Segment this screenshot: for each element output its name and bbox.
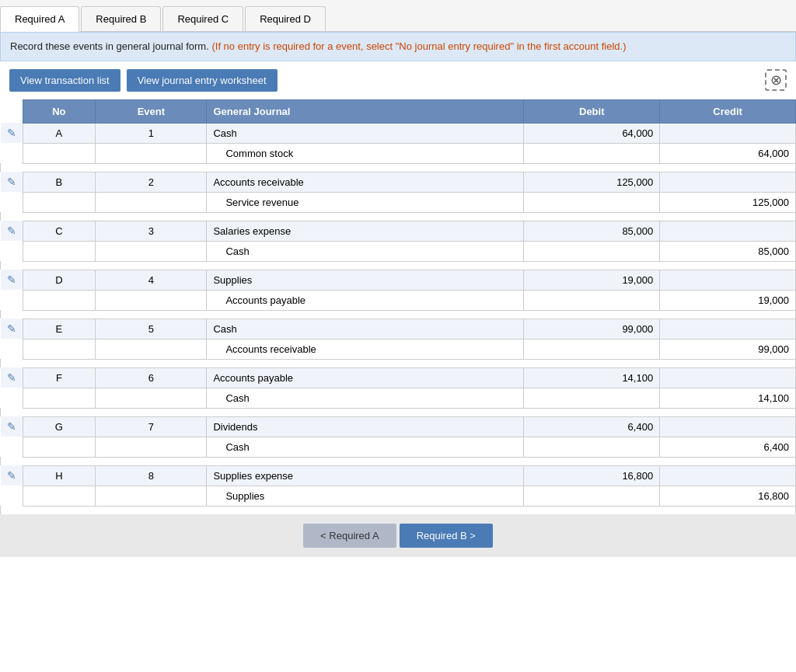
- tab-required-a[interactable]: Required A: [0, 6, 79, 32]
- row-debit: [524, 143, 660, 163]
- row-debit: 99,000: [524, 319, 660, 339]
- row-event: [96, 192, 207, 212]
- row-credit: [660, 416, 796, 437]
- edit-icon[interactable]: ✎: [7, 176, 16, 188]
- row-account: Supplies: [207, 486, 524, 506]
- col-credit: Credit: [660, 99, 796, 123]
- row-event: 4: [96, 270, 207, 290]
- table-row: ✎ B 2 Accounts receivable 125,000: [1, 172, 796, 192]
- table-row: Accounts payable 19,000: [1, 290, 796, 310]
- row-account: Dividends: [207, 416, 524, 437]
- row-credit: 14,100: [660, 388, 796, 408]
- row-no: C: [23, 221, 96, 241]
- row-event: 2: [96, 172, 207, 192]
- row-debit: 19,000: [524, 270, 660, 290]
- row-no: F: [23, 367, 96, 388]
- row-no: [23, 290, 96, 310]
- row-credit: [660, 319, 796, 339]
- row-account: Supplies: [207, 270, 524, 290]
- table-row: Common stock 64,000: [1, 143, 796, 163]
- button-row: View transaction list View journal entry…: [0, 61, 796, 99]
- row-debit: [524, 290, 660, 310]
- journal-table: No Event General Journal Debit Credit ✎ …: [0, 99, 796, 514]
- row-debit: [524, 437, 660, 457]
- table-row: ✎ E 5 Cash 99,000: [1, 319, 796, 339]
- row-event: 7: [96, 416, 207, 437]
- row-event: [96, 486, 207, 506]
- view-transaction-button[interactable]: View transaction list: [9, 69, 120, 92]
- row-debit: [524, 339, 660, 359]
- edit-icon[interactable]: ✎: [7, 225, 16, 237]
- row-account: Cash: [207, 437, 524, 457]
- row-event: 3: [96, 221, 207, 241]
- row-no: E: [23, 319, 96, 339]
- table-row: ✎ G 7 Dividends 6,400: [1, 416, 796, 437]
- edit-icon[interactable]: ✎: [7, 127, 16, 139]
- instruction-main: Record these events in general journal f…: [10, 40, 209, 52]
- row-credit: 16,800: [660, 486, 796, 506]
- col-no: No: [23, 99, 96, 123]
- row-credit: 19,000: [660, 290, 796, 310]
- next-button[interactable]: Required B >: [400, 524, 493, 548]
- instruction-bar: Record these events in general journal f…: [0, 32, 796, 61]
- edit-icon[interactable]: ✎: [7, 322, 16, 335]
- row-debit: 16,800: [524, 465, 660, 486]
- row-credit: [660, 123, 796, 143]
- row-debit: [524, 486, 660, 506]
- close-icon: ⊗: [770, 71, 782, 89]
- tab-required-d[interactable]: Required D: [245, 6, 326, 31]
- row-account: Accounts receivable: [207, 172, 524, 192]
- row-debit: 85,000: [524, 221, 660, 241]
- row-account: Accounts payable: [207, 290, 524, 310]
- table-row: Cash 6,400: [1, 437, 796, 457]
- row-event: [96, 241, 207, 261]
- row-account: Cash: [207, 388, 524, 408]
- view-worksheet-button[interactable]: View journal entry worksheet: [127, 69, 278, 92]
- row-account: Common stock: [207, 143, 524, 163]
- row-account: Supplies expense: [207, 465, 524, 486]
- row-no: [23, 143, 96, 163]
- row-account: Accounts payable: [207, 367, 524, 388]
- row-no: D: [23, 270, 96, 290]
- row-credit: 64,000: [660, 143, 796, 163]
- edit-icon[interactable]: ✎: [7, 469, 16, 482]
- table-row: ✎ C 3 Salaries expense 85,000: [1, 221, 796, 241]
- row-credit: [660, 270, 796, 290]
- prev-button[interactable]: < Required A: [303, 524, 396, 548]
- row-credit: [660, 367, 796, 388]
- table-row: ✎ F 6 Accounts payable 14,100: [1, 367, 796, 388]
- tab-required-c[interactable]: Required C: [162, 6, 243, 31]
- row-event: 6: [96, 367, 207, 388]
- edit-icon[interactable]: ✎: [7, 371, 16, 384]
- row-no: [23, 192, 96, 212]
- row-debit: 6,400: [524, 416, 660, 437]
- row-debit: 14,100: [524, 367, 660, 388]
- edit-icon[interactable]: ✎: [7, 420, 16, 433]
- close-button[interactable]: ⊗: [765, 69, 787, 91]
- table-row: ✎ D 4 Supplies 19,000: [1, 270, 796, 290]
- col-journal: General Journal: [207, 99, 524, 123]
- row-no: [23, 388, 96, 408]
- table-row: Accounts receivable 99,000: [1, 339, 796, 359]
- row-no: A: [23, 123, 96, 143]
- edit-icon[interactable]: ✎: [7, 273, 16, 286]
- row-account: Cash: [207, 123, 524, 143]
- row-credit: 6,400: [660, 437, 796, 457]
- row-event: [96, 290, 207, 310]
- row-event: [96, 339, 207, 359]
- table-row: Cash 14,100: [1, 388, 796, 408]
- row-debit: [524, 388, 660, 408]
- table-row: ✎ A 1 Cash 64,000: [1, 123, 796, 143]
- row-event: 1: [96, 123, 207, 143]
- row-debit: 64,000: [524, 123, 660, 143]
- footer-nav: < Required A Required B >: [0, 514, 796, 557]
- row-no: G: [23, 416, 96, 437]
- tabs-bar: Required A Required B Required C Require…: [0, 0, 796, 32]
- col-debit: Debit: [524, 99, 660, 123]
- row-no: [23, 339, 96, 359]
- table-row: ✎ H 8 Supplies expense 16,800: [1, 465, 796, 486]
- row-no: [23, 486, 96, 506]
- tab-required-b[interactable]: Required B: [81, 6, 161, 31]
- row-no: [23, 241, 96, 261]
- row-account: Service revenue: [207, 192, 524, 212]
